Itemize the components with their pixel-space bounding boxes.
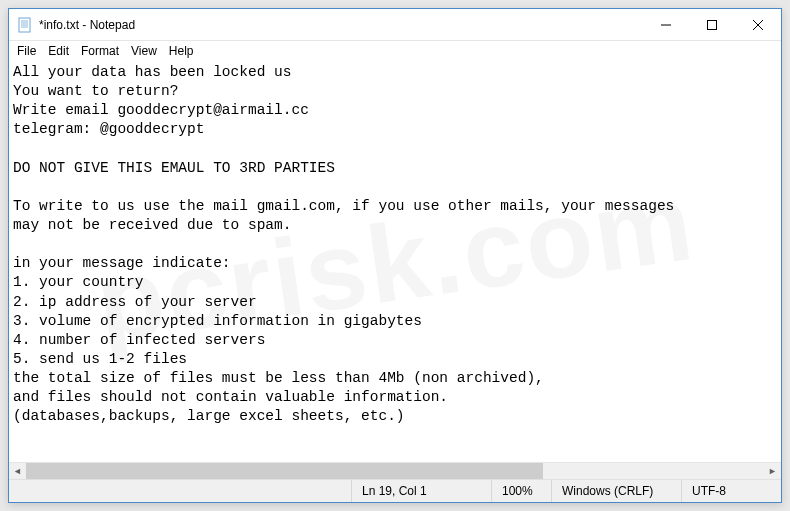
scroll-track[interactable] (26, 463, 764, 479)
scroll-left-button[interactable]: ◄ (9, 463, 26, 479)
maximize-icon (707, 20, 717, 30)
status-lineending: Windows (CRLF) (551, 480, 681, 502)
menu-edit[interactable]: Edit (42, 43, 75, 59)
menu-view[interactable]: View (125, 43, 163, 59)
close-icon (753, 20, 763, 30)
chevron-right-icon: ► (768, 466, 777, 476)
menu-help[interactable]: Help (163, 43, 200, 59)
titlebar[interactable]: *info.txt - Notepad (9, 9, 781, 41)
close-button[interactable] (735, 9, 781, 40)
menu-format[interactable]: Format (75, 43, 125, 59)
minimize-icon (661, 20, 671, 30)
notepad-window: *info.txt - Notepad File Edit Format Vie… (8, 8, 782, 503)
status-zoom[interactable]: 100% (491, 480, 551, 502)
menubar: File Edit Format View Help (9, 41, 781, 61)
menu-file[interactable]: File (11, 43, 42, 59)
scroll-right-button[interactable]: ► (764, 463, 781, 479)
statusbar: Ln 19, Col 1 100% Windows (CRLF) UTF-8 (9, 479, 781, 502)
status-encoding: UTF-8 (681, 480, 781, 502)
window-title: *info.txt - Notepad (39, 18, 135, 32)
notepad-icon (17, 17, 33, 33)
minimize-button[interactable] (643, 9, 689, 40)
maximize-button[interactable] (689, 9, 735, 40)
status-position: Ln 19, Col 1 (351, 480, 491, 502)
text-area[interactable]: All your data has been locked us You wan… (9, 61, 781, 462)
window-controls (643, 9, 781, 40)
svg-rect-6 (708, 20, 717, 29)
text-content: All your data has been locked us You wan… (13, 64, 674, 424)
chevron-left-icon: ◄ (13, 466, 22, 476)
horizontal-scrollbar[interactable]: ◄ ► (9, 462, 781, 479)
scroll-thumb[interactable] (26, 463, 543, 479)
